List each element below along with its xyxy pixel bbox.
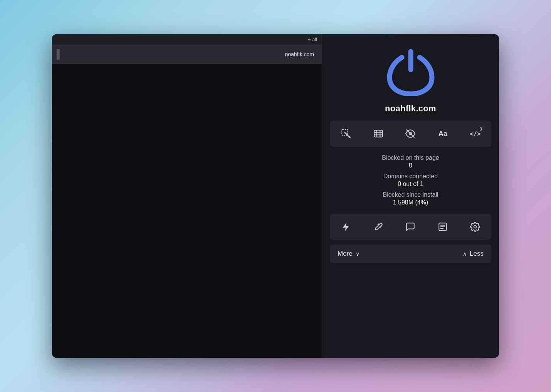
tab-all-row: + all: [52, 34, 322, 45]
stat-since-install-label: Blocked since install: [383, 191, 438, 198]
tab-drag-handle: [57, 49, 60, 60]
extension-body: noahflk.com: [322, 34, 499, 358]
more-label: More: [338, 250, 353, 258]
chevron-down-icon: ∨: [356, 251, 359, 257]
stats-section: Blocked on this page 0 Domains connected…: [330, 154, 491, 206]
bottom-icon-toolbar: [330, 214, 491, 240]
browser-content: + all noahflk.com noa: [52, 34, 499, 358]
less-section[interactable]: ∧ Less: [463, 250, 484, 258]
extension-popup: noahflk.com: [322, 34, 499, 358]
stat-blocked-page-label: Blocked on this page: [382, 154, 439, 161]
page-content: [52, 64, 322, 358]
stat-blocked-page-value: 0: [382, 162, 439, 169]
lightning-icon[interactable]: [338, 218, 354, 235]
browser-window: + all noahflk.com noa: [52, 34, 499, 358]
tab-bar: + all noahflk.com: [52, 34, 322, 64]
stat-since-install: Blocked since install 1.598M (4%): [383, 191, 438, 206]
element-picker-icon[interactable]: [338, 125, 354, 142]
power-icon-container[interactable]: [386, 46, 436, 97]
stat-domains-label: Domains connected: [383, 173, 438, 180]
svg-rect-3: [374, 130, 383, 137]
tab-title: noahflk.com: [64, 51, 317, 57]
tab-all-label[interactable]: + all: [308, 37, 317, 42]
site-name: noahflk.com: [385, 104, 436, 114]
chevron-up-icon: ∧: [463, 251, 467, 257]
svg-point-2: [348, 136, 350, 138]
stat-domains: Domains connected 0 out of 1: [383, 173, 438, 188]
eyedropper-icon[interactable]: [370, 218, 387, 235]
left-panel: + all noahflk.com: [52, 34, 322, 358]
stat-since-install-value: 1.598M (4%): [383, 199, 438, 206]
less-label: Less: [470, 250, 484, 258]
font-size-icon[interactable]: Aa: [434, 125, 451, 142]
stat-domains-value: 0 out of 1: [383, 181, 438, 188]
svg-point-14: [474, 226, 477, 228]
more-less-bar: More ∨ ∧ Less: [330, 245, 491, 263]
settings-icon[interactable]: [467, 218, 484, 235]
script-icon[interactable]: </> 3: [467, 125, 484, 142]
chat-icon[interactable]: [402, 218, 419, 235]
no-cosmetic-icon[interactable]: [402, 125, 419, 142]
more-section[interactable]: More ∨: [338, 250, 359, 258]
stat-blocked-page: Blocked on this page 0: [382, 154, 439, 169]
list-icon[interactable]: [434, 218, 451, 235]
power-icon: [386, 46, 436, 96]
element-zapper-icon[interactable]: [370, 125, 387, 142]
script-badge: 3: [480, 127, 482, 131]
active-tab[interactable]: noahflk.com: [52, 45, 322, 64]
top-icon-toolbar: Aa </> 3: [330, 121, 491, 147]
